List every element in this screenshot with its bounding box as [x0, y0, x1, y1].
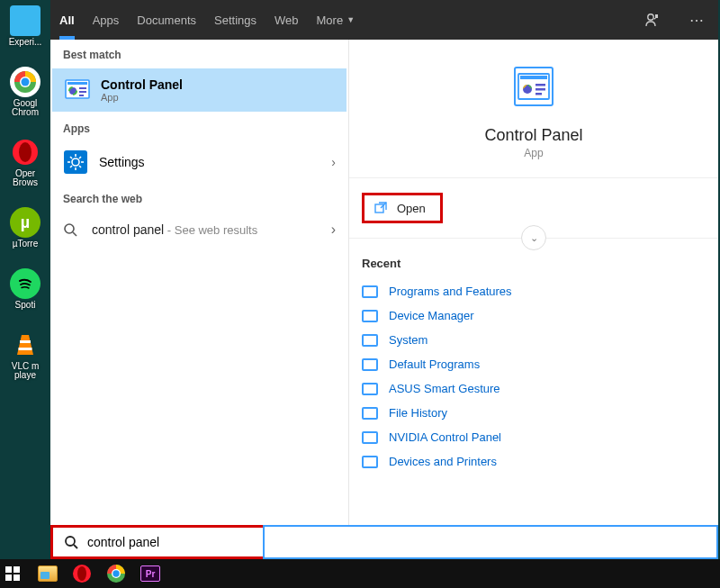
web-query: control panel [92, 222, 164, 237]
recent-item-label: ASUS Smart Gesture [389, 382, 500, 395]
web-result[interactable]: control panel - See web results › [50, 211, 348, 249]
desktop-icon-vlc[interactable]: VLC m playe [7, 330, 43, 380]
more-options-icon[interactable]: ⋯ [684, 12, 709, 29]
open-label: Open [397, 202, 426, 215]
svg-rect-39 [14, 566, 20, 573]
actions: Open ⌄ [349, 178, 718, 239]
result-subtitle: App [101, 92, 183, 103]
desktop-icon-spotify[interactable]: Spoti [7, 268, 43, 310]
svg-rect-38 [5, 566, 12, 573]
recent-item[interactable]: System [362, 328, 706, 352]
control-panel-small-icon [362, 431, 378, 444]
desktop-icons: Experi... Googl Chrom Oper Brows µ µTorr… [7, 0, 47, 380]
settings-label: Settings [99, 155, 145, 169]
expand-button[interactable]: ⌄ [521, 225, 546, 250]
recent-item-label: Devices and Printers [389, 455, 497, 468]
detail-header: Control Panel App [349, 40, 718, 178]
chevron-right-icon: › [331, 222, 336, 238]
open-button[interactable]: Open [362, 193, 443, 223]
taskbar-explorer[interactable] [34, 563, 61, 584]
search-icon [63, 222, 81, 237]
result-control-panel[interactable]: Control Panel App [52, 68, 346, 112]
feedback-icon[interactable] [639, 12, 666, 28]
recent-item[interactable]: Device Manager [362, 303, 706, 328]
svg-rect-16 [64, 150, 87, 174]
taskbar-chrome[interactable] [103, 563, 130, 584]
control-panel-small-icon [362, 285, 378, 298]
detail-subtitle: App [524, 147, 543, 159]
svg-rect-34 [375, 204, 383, 213]
tab-more[interactable]: More▼ [317, 0, 356, 40]
svg-rect-29 [520, 76, 547, 79]
control-panel-small-icon [362, 383, 378, 395]
search-body: Best match Control Panel App Apps [50, 40, 718, 525]
svg-rect-15 [79, 95, 84, 96]
recent-item[interactable]: Devices and Printers [362, 449, 706, 474]
svg-rect-41 [14, 574, 20, 581]
control-panel-small-icon [362, 456, 378, 468]
recent-item[interactable]: ASUS Smart Gesture [362, 376, 706, 401]
desktop-icon-chrome[interactable]: Googl Chrom [7, 67, 43, 117]
control-panel-small-icon [362, 407, 378, 420]
svg-point-36 [66, 537, 75, 546]
result-settings[interactable]: Settings › [50, 140, 348, 184]
taskbar: Pr [0, 559, 720, 588]
recent-item[interactable]: NVIDIA Control Panel [362, 425, 706, 449]
svg-rect-7 [19, 348, 32, 350]
search-web-label: Search the web [50, 184, 348, 211]
svg-point-8 [648, 14, 653, 20]
desktop-icon-opera[interactable]: Oper Brows [7, 137, 43, 187]
chevron-right-icon: › [331, 155, 336, 169]
search-input-extension[interactable] [263, 525, 718, 559]
svg-rect-10 [68, 82, 87, 85]
gear-icon [63, 149, 88, 175]
control-panel-small-icon [362, 310, 378, 322]
search-input[interactable] [87, 535, 252, 549]
desktop: Experi... Googl Chrom Oper Brows µ µTorr… [0, 0, 720, 588]
svg-rect-13 [79, 87, 86, 89]
recent-item-label: Device Manager [389, 309, 474, 322]
taskbar-opera[interactable] [68, 563, 95, 584]
detail-title: Control Panel [484, 126, 582, 145]
svg-rect-40 [5, 574, 12, 581]
svg-point-3 [22, 78, 30, 86]
tab-web[interactable]: Web [274, 0, 299, 40]
tab-all[interactable]: All [59, 0, 75, 40]
recent-item-label: Default Programs [389, 357, 480, 371]
results-left: Best match Control Panel App Apps [50, 40, 349, 525]
tab-settings[interactable]: Settings [214, 0, 256, 40]
recent-label: Recent [362, 257, 706, 270]
svg-rect-32 [536, 88, 545, 91]
taskbar-premiere[interactable]: Pr [137, 563, 164, 584]
searchbar-container [50, 525, 718, 559]
tab-apps[interactable]: Apps [93, 0, 120, 40]
recent-item-label: File History [389, 406, 447, 420]
desktop-icon-utorrent[interactable]: µ µTorre [7, 207, 43, 249]
svg-line-37 [74, 545, 77, 548]
svg-point-5 [19, 142, 32, 162]
chevron-down-icon: ▼ [346, 15, 355, 24]
start-button[interactable] [5, 566, 27, 581]
svg-rect-6 [20, 340, 31, 343]
desktop-icon-experi[interactable]: Experi... [7, 5, 43, 47]
recent-item-label: Programs and Features [389, 285, 512, 298]
result-title: Control Panel [101, 77, 183, 92]
search-input-highlight[interactable] [50, 525, 263, 559]
svg-point-26 [65, 224, 74, 233]
recent-section: Recent Programs and FeaturesDevice Manag… [349, 239, 718, 483]
svg-point-46 [112, 570, 119, 576]
tab-documents[interactable]: Documents [137, 0, 196, 40]
web-sub: - See web results [164, 223, 257, 237]
results-right: Control Panel App Open ⌄ Recent Programs… [349, 40, 718, 525]
control-panel-small-icon [362, 334, 378, 347]
recent-item[interactable]: Default Programs [362, 352, 706, 376]
search-icon [64, 535, 78, 549]
best-match-label: Best match [50, 40, 348, 67]
recent-item[interactable]: Programs and Features [362, 279, 706, 303]
recent-item-label: NVIDIA Control Panel [389, 430, 501, 444]
svg-rect-33 [536, 93, 542, 95]
recent-item[interactable]: File History [362, 401, 706, 425]
control-panel-icon [65, 77, 90, 103]
open-icon [374, 201, 388, 215]
apps-label: Apps [50, 113, 348, 140]
